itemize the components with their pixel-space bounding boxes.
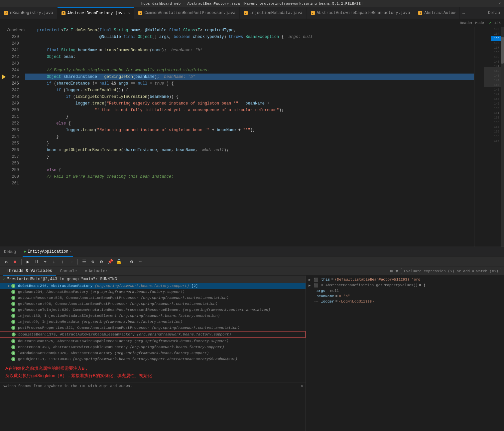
stop-button[interactable]: ■	[11, 258, 19, 266]
bp-marker-258	[0, 153, 7, 160]
vertical-scrollbar[interactable]	[501, 27, 504, 247]
var-logger[interactable]: ∞∞ logger = {Log4jLog@11338}	[306, 299, 504, 304]
switch-frames-close[interactable]: ✕	[301, 384, 303, 388]
minimap-num-146: 146	[491, 88, 501, 92]
tab-label: AbstractAutowireCapableBeanFactory.java	[317, 11, 410, 15]
stack-frame-doGetBean-246[interactable]: ▶ S doGetBean:246, AbstractBeanFactory (…	[0, 283, 306, 289]
debug-tab-entity-application[interactable]: ▶ EntityApplication ✕	[23, 247, 73, 257]
var-args[interactable]: args = null	[306, 288, 504, 294]
threads-variables-tab[interactable]: Threads & Variables	[3, 267, 56, 276]
var-this[interactable]: ▶ ⬛ this = {DefaultListableBeanFactory@1…	[306, 277, 504, 283]
var-beanDefinition[interactable]: ▶ ⬛ = AbstractBeanDefinition.getProperty…	[306, 283, 504, 288]
stack-frame-populateBean-1378[interactable]: S populateBean:1378, AbstractAutowireCap…	[0, 331, 306, 338]
check-icon[interactable]: ✓	[489, 20, 491, 26]
minimap-num-147: 147	[491, 92, 501, 97]
stack-frame-getResourceToInject-630[interactable]: S getResourceToInject:630, CommonAnnotat…	[0, 307, 306, 313]
tab-abstract-auto2[interactable]: J AbstractAutow	[414, 7, 460, 19]
minimap-num-135: 135	[491, 36, 501, 41]
spring-icon: S	[11, 326, 15, 330]
spring-icon: S	[11, 320, 15, 324]
scrollbar-thumb[interactable]	[501, 37, 504, 64]
stack-frame-label: doGetBean:246, AbstractBeanFactory (org.…	[18, 284, 198, 288]
code-line-261: // Fail if we're already creating this b…	[25, 173, 474, 180]
more-button[interactable]: ⋯	[137, 258, 144, 266]
stack-frame-inject-180[interactable]: S inject:180, InjectionMetadata$Injected…	[0, 313, 306, 319]
var-expand-icon	[309, 289, 313, 293]
code-line-241	[25, 40, 474, 47]
pause-button[interactable]: ⏸	[33, 258, 40, 266]
spring-icon: S	[11, 302, 15, 306]
step-out-button[interactable]: ↑	[59, 258, 66, 266]
stack-frame-getObject-1[interactable]: S getObject:-1, 1113198403 (org.springfr…	[0, 356, 306, 362]
thread-dump-button[interactable]: ⊕	[89, 258, 96, 266]
stack-expand-icon	[8, 333, 10, 336]
tab-close-button[interactable]: ✕	[128, 11, 130, 15]
evaluate-expression-label[interactable]: Evaluate expression (⌥) or add a watch (…	[401, 268, 501, 274]
reader-mode-button[interactable]: Reader Mode	[458, 20, 486, 26]
tab-injection-metadata[interactable]: J InjectionMetadata.java	[240, 7, 307, 19]
code-line-253: else {	[25, 120, 474, 127]
filter-icon[interactable]: ⊞	[390, 268, 393, 274]
debug-tab-debug[interactable]: Debug	[3, 247, 17, 257]
tab-bean-registry[interactable]: J nBeanRegistry.java	[0, 7, 58, 19]
stack-frame-getBean-204[interactable]: S getBean:204, AbstractBeanFactory (org.…	[0, 289, 306, 295]
stack-frame-inject-90[interactable]: S inject:90, InjectionMetadata (org.spri…	[0, 319, 306, 325]
minimap-num-137: 137	[491, 46, 501, 50]
switch-frames-text: Switch frames from anywhere in the IDE w…	[3, 384, 132, 388]
resume-button[interactable]: ▶	[24, 258, 32, 266]
code-line-252: }	[25, 113, 474, 120]
settings-button[interactable]: ⚙	[128, 258, 135, 266]
stack-frame-createBean-498[interactable]: S createBean:498, AbstractAutowireCapabl…	[0, 344, 306, 350]
actuator-icon: ⚙	[85, 269, 87, 274]
spring-icon: S	[12, 332, 16, 336]
tab-abstract-bean-factory[interactable]: J AbstractBeanFactory.java ✕	[58, 7, 135, 19]
var-beanName[interactable]: beanName = = "b"	[306, 294, 504, 299]
evaluate-button[interactable]: ⚙	[98, 258, 105, 266]
pin-button[interactable]: 📌	[106, 258, 114, 266]
line-num-244: 244	[7, 67, 22, 74]
stack-frame-postProcessProperties-321[interactable]: S postProcessProperties:321, CommonAnnot…	[0, 325, 306, 331]
minimap-num-156: 156	[491, 134, 501, 139]
tab-settings-button[interactable]: Defau	[484, 11, 504, 15]
stack-expand-icon	[8, 339, 10, 343]
bp-marker-244	[0, 60, 7, 67]
stack-expand-icon: ▶	[8, 284, 10, 288]
var-equals: =	[331, 278, 333, 282]
var-method-icon: ⬛	[314, 283, 318, 288]
stack-frame-lambda-320[interactable]: S lambda$doGetBean$0:320, AbstractBeanFa…	[0, 350, 306, 356]
stack-frame-label: inject:90, InjectionMetadata (org.spring…	[18, 320, 183, 324]
bp-marker-239	[0, 27, 7, 34]
step-into-button[interactable]: ↓	[50, 258, 58, 266]
actuator-label: Actuator	[88, 269, 108, 274]
stack-frame-label: getBean:204, AbstractBeanFactory (org.sp…	[18, 290, 185, 294]
var-equals: =	[335, 294, 338, 298]
frames-button[interactable]: ☰	[80, 258, 88, 266]
minimap-num-141: 141	[491, 64, 501, 69]
minimap-num-143: 143	[491, 74, 501, 78]
code-line-249: if (isSingletonCurrentlyInCreation(beanN…	[25, 94, 474, 100]
stack-expand-icon	[8, 345, 10, 349]
actuator-tab[interactable]: ⚙ Actuator	[81, 267, 112, 276]
close-button[interactable]: ✕	[498, 1, 501, 5]
tab-common-annotation[interactable]: J CommonAnnotationBeanPostProcessor.java	[134, 7, 240, 19]
stack-frame-autowireResource-525[interactable]: S autowireResource:525, CommonAnnotation…	[0, 295, 306, 301]
var-obj-icon: ⬛	[314, 278, 318, 282]
toolbar-separator-1	[21, 259, 22, 265]
stack-frame-doCreateBean-575[interactable]: S doCreateBean:575, AbstractAutowireCapa…	[0, 338, 306, 344]
step-over-button[interactable]: ↷	[42, 258, 49, 266]
tab-overflow-button[interactable]: ⋯	[460, 10, 468, 16]
console-tab[interactable]: Console	[56, 267, 81, 276]
unpin-button[interactable]: 🔓	[115, 258, 122, 266]
line-num-242: 242	[7, 54, 22, 60]
title-bar: hcps-dashboard-web – AbstractBeanFactory…	[0, 0, 504, 7]
expand-icon[interactable]: ▼	[396, 269, 398, 274]
tab-abstract-autowire[interactable]: J AbstractAutowireCapableBeanFactory.jav…	[307, 7, 415, 19]
code-editor[interactable]: protected <T> T doGetBean(final String n…	[25, 27, 474, 247]
run-to-cursor-button[interactable]: →	[67, 258, 75, 266]
var-value: {DefaultListableBeanFactory@11293} "org	[335, 278, 420, 282]
code-line-258: }	[25, 153, 474, 160]
restart-button[interactable]: ↺	[3, 258, 10, 266]
debug-tab-close-button[interactable]: ✕	[70, 250, 72, 254]
minimap-num-138: 138	[491, 50, 501, 55]
stack-frame-getResource-496[interactable]: S getResource:496, CommonAnnotationBeanP…	[0, 301, 306, 307]
